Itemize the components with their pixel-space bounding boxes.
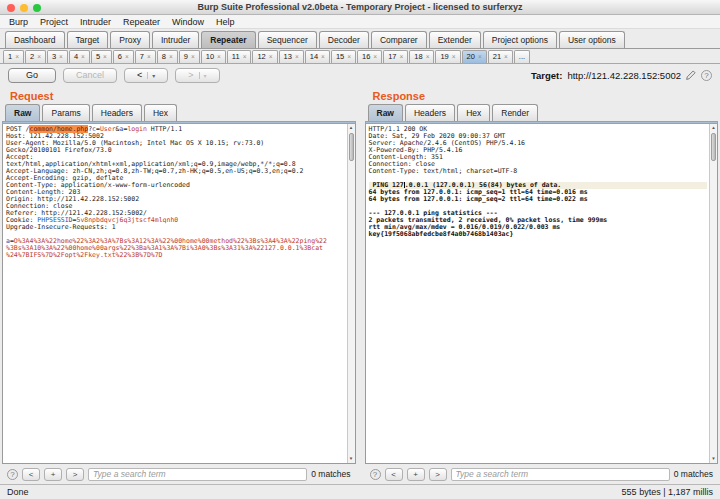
scroll-down-icon[interactable]: ▼ <box>710 455 717 463</box>
minimize-window-icon[interactable] <box>20 4 28 12</box>
repeater-tab-9[interactable]: 9× <box>179 50 200 63</box>
close-window-icon[interactable] <box>7 4 15 12</box>
response-editor[interactable]: HTTP/1.1 200 OKDate: Sat, 29 Feb 2020 09… <box>365 124 719 464</box>
repeater-tab-15[interactable]: 15× <box>331 50 356 63</box>
repeater-tab-8[interactable]: 8× <box>157 50 178 63</box>
request-tab-hex[interactable]: Hex <box>144 104 177 121</box>
menu-item-project[interactable]: Project <box>40 17 68 27</box>
main-tab-intruder[interactable]: Intruder <box>152 31 199 48</box>
repeater-tab-2[interactable]: 2× <box>25 50 46 63</box>
request-tab-raw[interactable]: Raw <box>5 104 40 121</box>
repeater-tab-20[interactable]: 20× <box>462 50 487 63</box>
close-icon[interactable]: × <box>243 53 247 60</box>
response-scrollbar[interactable]: ▲ ▼ <box>709 124 717 463</box>
menu-item-help[interactable]: Help <box>216 17 235 27</box>
close-icon[interactable]: × <box>269 53 273 60</box>
close-icon[interactable]: × <box>15 53 19 60</box>
main-tab-target[interactable]: Target <box>67 31 109 48</box>
help-icon[interactable]: ? <box>701 70 712 81</box>
main-tab-repeater[interactable]: Repeater <box>201 31 255 48</box>
scrollbar-thumb[interactable] <box>711 133 716 161</box>
close-icon[interactable]: × <box>217 53 221 60</box>
main-tab-sequencer[interactable]: Sequencer <box>258 31 317 48</box>
close-icon[interactable]: × <box>125 53 129 60</box>
menu-item-repeater[interactable]: Repeater <box>123 17 160 27</box>
request-tab-headers[interactable]: Headers <box>92 104 142 121</box>
close-icon[interactable]: × <box>295 53 299 60</box>
response-tab-hex[interactable]: Hex <box>457 104 490 121</box>
scroll-up-icon[interactable]: ▲ <box>348 124 355 132</box>
response-tab-headers[interactable]: Headers <box>405 104 455 121</box>
scroll-down-icon[interactable]: ▼ <box>348 455 355 463</box>
close-icon[interactable]: × <box>478 53 482 60</box>
repeater-tab-3[interactable]: 3× <box>47 50 68 63</box>
main-tab-extender[interactable]: Extender <box>429 31 481 48</box>
close-icon[interactable]: × <box>400 53 404 60</box>
repeater-tab-21[interactable]: 21× <box>488 50 513 63</box>
close-icon[interactable]: × <box>504 53 508 60</box>
repeater-tab-10[interactable]: 10× <box>201 50 226 63</box>
menu-item-intruder[interactable]: Intruder <box>80 17 111 27</box>
repeater-tab-17[interactable]: 17× <box>383 50 408 63</box>
response-tab-render[interactable]: Render <box>492 104 538 121</box>
search-next-button[interactable]: > <box>66 468 84 481</box>
chevron-down-icon[interactable]: ▾ <box>199 72 207 79</box>
close-icon[interactable]: × <box>169 53 173 60</box>
menu-item-window[interactable]: Window <box>172 17 204 27</box>
chevron-down-icon[interactable]: ▾ <box>147 72 155 79</box>
next-response-button[interactable]: > ▾ <box>175 68 219 83</box>
menu-item-burp[interactable]: Burp <box>9 17 28 27</box>
request-scrollbar[interactable]: ▲ ▼ <box>347 124 355 463</box>
close-icon[interactable]: × <box>37 53 41 60</box>
repeater-tab-4[interactable]: 4× <box>69 50 90 63</box>
repeater-tab-12[interactable]: 12× <box>252 50 277 63</box>
close-icon[interactable]: × <box>373 53 377 60</box>
repeater-tab-11[interactable]: 11× <box>227 50 252 63</box>
close-icon[interactable]: × <box>81 53 85 60</box>
repeater-tab-more[interactable]: ... <box>514 50 530 63</box>
repeater-tab-5[interactable]: 5× <box>91 50 112 63</box>
search-input[interactable] <box>451 468 670 481</box>
repeater-tab-14[interactable]: 14× <box>305 50 330 63</box>
main-tab-proxy[interactable]: Proxy <box>110 31 150 48</box>
search-prev-button[interactable]: < <box>385 468 403 481</box>
repeater-tab-7[interactable]: 7× <box>135 50 156 63</box>
request-tab-params[interactable]: Params <box>42 104 89 121</box>
repeater-tab-19[interactable]: 19× <box>435 50 460 63</box>
close-icon[interactable]: × <box>191 53 195 60</box>
close-icon[interactable]: × <box>147 53 151 60</box>
repeater-tab-18[interactable]: 18× <box>409 50 434 63</box>
scrollbar-thumb[interactable] <box>349 133 354 161</box>
prev-response-button[interactable]: < ▾ <box>124 68 168 83</box>
main-tab-decoder[interactable]: Decoder <box>319 31 369 48</box>
request-editor[interactable]: POST /common/home.php?c=User&a=login HTT… <box>2 124 356 464</box>
edit-target-icon[interactable] <box>686 70 696 80</box>
close-icon[interactable]: × <box>452 53 456 60</box>
repeater-tab-1[interactable]: 1× <box>3 50 24 63</box>
close-icon[interactable]: × <box>347 53 351 60</box>
search-options-button[interactable]: + <box>44 468 62 481</box>
main-tab-dashboard[interactable]: Dashboard <box>5 31 65 48</box>
search-help-icon[interactable]: ? <box>370 469 381 480</box>
main-tab-comparer[interactable]: Comparer <box>371 31 427 48</box>
search-next-button[interactable]: > <box>429 468 447 481</box>
zoom-window-icon[interactable] <box>33 4 41 12</box>
response-tab-raw[interactable]: Raw <box>368 104 403 121</box>
close-icon[interactable]: × <box>321 53 325 60</box>
cancel-button[interactable]: Cancel <box>63 68 117 83</box>
main-tab-project-options[interactable]: Project options <box>483 31 557 48</box>
search-prev-button[interactable]: < <box>22 468 40 481</box>
search-input[interactable] <box>88 468 307 481</box>
repeater-tab-6[interactable]: 6× <box>113 50 134 63</box>
go-button[interactable]: Go <box>8 68 56 83</box>
main-tab-user-options[interactable]: User options <box>559 31 625 48</box>
close-icon[interactable]: × <box>59 53 63 60</box>
repeater-tab-13[interactable]: 13× <box>279 50 304 63</box>
close-icon[interactable]: × <box>426 53 430 60</box>
search-options-button[interactable]: + <box>407 468 425 481</box>
repeater-tab-16[interactable]: 16× <box>357 50 382 63</box>
close-icon[interactable]: × <box>103 53 107 60</box>
scroll-up-icon[interactable]: ▲ <box>710 124 717 132</box>
editor-line: Content-Type: text/html; charset=UTF-8 <box>369 168 708 175</box>
search-help-icon[interactable]: ? <box>7 469 18 480</box>
